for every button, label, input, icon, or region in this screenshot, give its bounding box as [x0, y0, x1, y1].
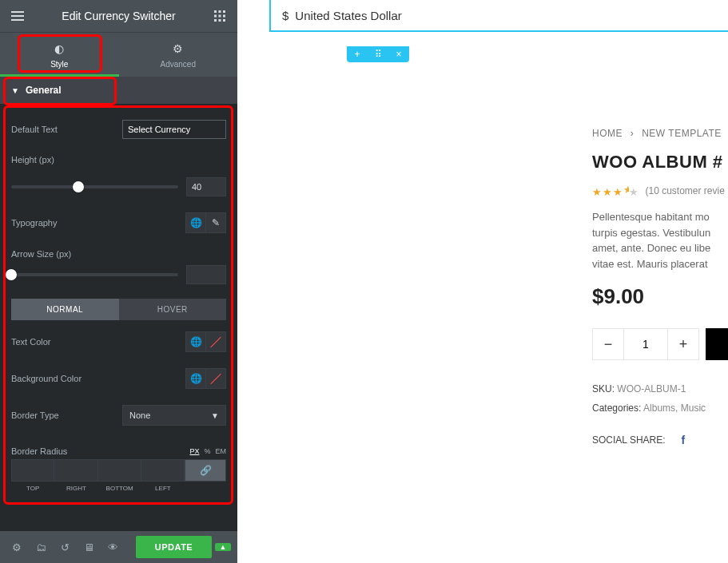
side-label: RIGHT: [54, 482, 97, 495]
svg-rect-0: [214, 10, 217, 13]
arrow-size-slider[interactable]: [11, 273, 178, 276]
bg-color-label: Background Color: [11, 374, 82, 383]
svg-rect-1: [218, 10, 221, 13]
slider-thumb[interactable]: [6, 269, 17, 280]
delete-section-icon[interactable]: ×: [388, 46, 409, 62]
tab-label: Style: [50, 60, 68, 69]
color-swatch-empty[interactable]: [205, 368, 226, 389]
side-label: TOP: [11, 482, 54, 495]
history-icon[interactable]: ↺: [54, 531, 75, 563]
section-general[interactable]: ▼ General: [0, 77, 237, 104]
default-text-input[interactable]: [122, 120, 226, 139]
menu-icon[interactable]: [8, 6, 27, 26]
chevron-down-icon: ▼: [211, 411, 219, 420]
sku-value: WOO-ALBUM-1: [617, 383, 686, 394]
half-circle-icon: ◐: [0, 42, 119, 55]
side-label: BOTTOM: [98, 482, 141, 495]
currency-symbol: $: [282, 9, 288, 22]
edit-pencil-icon[interactable]: ✎: [205, 212, 226, 233]
svg-rect-6: [214, 19, 217, 22]
state-normal[interactable]: NORMAL: [11, 299, 119, 320]
state-hover[interactable]: HOVER: [119, 299, 227, 320]
qty-value[interactable]: 1: [624, 328, 667, 360]
radius-right[interactable]: [54, 459, 97, 482]
product-price: $9.00: [592, 284, 728, 309]
svg-rect-7: [218, 19, 221, 22]
default-text-label: Default Text: [11, 125, 58, 134]
gear-icon: ⚙: [119, 42, 238, 55]
facebook-icon[interactable]: f: [682, 434, 686, 446]
radius-bottom[interactable]: [98, 459, 141, 482]
product-title: WOO ALBUM #: [592, 152, 728, 172]
breadcrumb-home[interactable]: HOME: [592, 128, 623, 139]
svg-rect-5: [223, 15, 225, 18]
radius-top[interactable]: [11, 459, 54, 482]
arrow-size-label: Arrow Size (px): [11, 249, 71, 259]
unit-px[interactable]: PX: [189, 447, 199, 455]
qty-increase-button[interactable]: +: [667, 328, 699, 360]
panel-footer: ⚙ 🗂 ↺ 🖥 👁 UPDATE ▲: [0, 531, 237, 563]
update-button[interactable]: UPDATE: [136, 536, 212, 558]
categories-links[interactable]: Albums, Music: [643, 402, 706, 414]
review-count[interactable]: (10 customer revie: [646, 185, 725, 196]
svg-rect-4: [218, 15, 221, 18]
height-value[interactable]: [186, 177, 226, 196]
radius-left[interactable]: [141, 459, 185, 482]
section-title: General: [26, 85, 62, 96]
typography-label: Typography: [11, 218, 57, 228]
global-icon[interactable]: 🌐: [185, 331, 206, 352]
drag-section-icon[interactable]: ⠿: [368, 46, 388, 62]
caret-down-icon: ▼: [11, 86, 19, 95]
social-share-label: SOCIAL SHARE:: [592, 434, 666, 446]
side-label: LEFT: [141, 482, 185, 495]
update-options-button[interactable]: ▲: [215, 543, 231, 551]
svg-rect-3: [214, 15, 217, 18]
add-to-cart-button[interactable]: [706, 328, 728, 360]
section-edit-tools: + ⠿ ×: [347, 46, 409, 62]
settings-icon[interactable]: ⚙: [6, 531, 27, 563]
text-color-label: Text Color: [11, 337, 51, 347]
currency-name: United States Dollar: [295, 9, 401, 22]
breadcrumb-current: NEW TEMPLATE: [642, 128, 722, 139]
unit-pct[interactable]: %: [204, 447, 210, 455]
categories-label: Categories:: [592, 402, 641, 414]
preview-eye-icon[interactable]: 👁: [102, 531, 123, 563]
sku-label: SKU:: [592, 383, 615, 394]
svg-rect-8: [223, 19, 225, 22]
navigator-icon[interactable]: 🗂: [30, 531, 51, 563]
border-type-label: Border Type: [11, 410, 59, 420]
responsive-icon[interactable]: 🖥: [78, 531, 99, 563]
color-swatch-empty[interactable]: [205, 331, 226, 352]
height-slider[interactable]: [11, 185, 178, 188]
qty-decrease-button[interactable]: −: [592, 328, 624, 360]
global-icon[interactable]: 🌐: [185, 212, 206, 233]
slider-thumb[interactable]: [73, 181, 84, 192]
unit-em[interactable]: EM: [216, 447, 227, 455]
panel-title: Edit Currency Switcher: [62, 10, 175, 22]
arrow-size-value[interactable]: [186, 265, 226, 284]
border-type-select[interactable]: None ▼: [122, 405, 226, 426]
panel-header: Edit Currency Switcher: [0, 0, 237, 32]
product-description: Pellentesque habitant mo turpis egestas.…: [592, 209, 728, 272]
height-label: Height (px): [11, 155, 54, 165]
global-icon[interactable]: 🌐: [185, 368, 206, 389]
currency-switcher[interactable]: $ United States Dollar: [269, 0, 728, 32]
breadcrumb: HOME › NEW TEMPLATE: [592, 128, 728, 139]
widgets-icon[interactable]: [210, 6, 229, 26]
add-section-icon[interactable]: +: [347, 46, 368, 62]
tab-style[interactable]: ◐ Style: [0, 33, 119, 77]
chevron-right-icon: ›: [631, 128, 635, 139]
svg-rect-2: [223, 10, 225, 13]
select-value: None: [129, 410, 150, 420]
link-values-icon[interactable]: 🔗: [185, 459, 226, 482]
tab-advanced[interactable]: ⚙ Advanced: [119, 33, 238, 77]
border-radius-label: Border Radius: [11, 446, 67, 456]
tab-label: Advanced: [161, 60, 196, 69]
star-rating: ★★★★★: [592, 184, 639, 198]
panel-tabs: ◐ Style ⚙ Advanced: [0, 32, 237, 77]
